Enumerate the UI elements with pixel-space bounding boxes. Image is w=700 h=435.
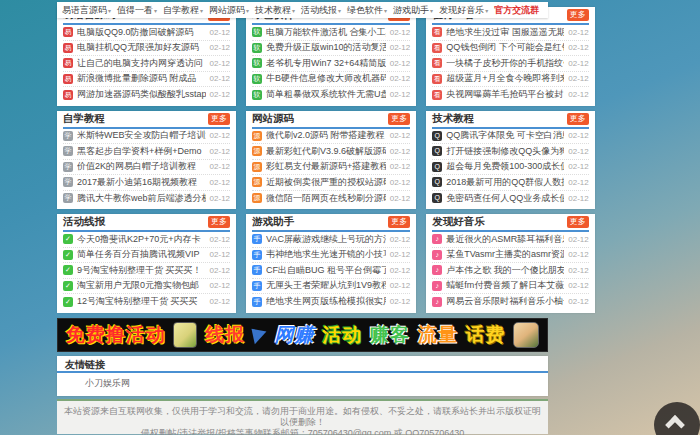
- list-item[interactable]: ♪ 网易云音乐限时福利音乐小柚子 02-12: [432, 294, 589, 310]
- list-item[interactable]: ✓ 9号淘宝特别整理干货 买买买！ 02-12: [63, 263, 230, 279]
- item-title[interactable]: 最近很火的ASMR舔耳福利音乐: [446, 233, 564, 246]
- list-item[interactable]: 源 微信陌一陌网页在线秒刷分源码 02-12: [252, 191, 410, 207]
- item-title[interactable]: 电脑版QQ9.0防撤回破解源码: [77, 26, 206, 39]
- list-item[interactable]: 学 米斯特WEB安全攻防白帽子培训篇 02-12: [63, 129, 230, 145]
- item-title[interactable]: 卢本伟之歌 我的一个傻比朋友: [446, 264, 564, 277]
- list-item[interactable]: 看 超级蓝月+月全食今晚即将到来 02-12: [432, 72, 589, 88]
- item-title[interactable]: 央视网曝薅羊毛抢码平台被封: [446, 88, 564, 101]
- nav-item[interactable]: 网站源码▾: [209, 4, 249, 17]
- list-item[interactable]: 手 无厘头王者荣耀从坑到1V9教程 02-12: [252, 279, 410, 295]
- nav-item[interactable]: 游戏助手▾: [393, 4, 433, 17]
- item-title[interactable]: 2017最新小迪第16期视频教程: [77, 176, 206, 189]
- nav-item[interactable]: 易语言源码▾: [62, 4, 111, 17]
- nav-item[interactable]: 自学教程▾: [163, 4, 203, 17]
- more-button[interactable]: 更多: [567, 216, 589, 228]
- item-title[interactable]: 绝地求生网页版练枪模拟很实用: [266, 295, 386, 308]
- list-item[interactable]: ✓ 今天0撸斐讯K2P+70元+内存卡 02-12: [63, 232, 230, 248]
- more-button[interactable]: 更多: [388, 113, 410, 125]
- item-title[interactable]: QQ钱包倒闭 下个可能会是红钻: [446, 41, 564, 54]
- list-item[interactable]: 看 央视网曝薅羊毛抢码平台被封 02-12: [432, 87, 589, 103]
- list-item[interactable]: 软 免费升级正版win10的活动复活 02-12: [252, 41, 410, 57]
- item-title[interactable]: 淘宝新用户无限0元撸实物包邮: [77, 279, 206, 292]
- list-item[interactable]: 手 绝地求生网页版练枪模拟很实用 02-12: [252, 294, 410, 310]
- list-item[interactable]: 手 韦神绝地求生光速开镜的小技巧 02-12: [252, 248, 410, 264]
- item-title[interactable]: 蜻蜓fm付费音频了解日本艾薇界: [446, 279, 564, 292]
- list-item[interactable]: 软 电脑万能软件激活机 合集小工具 02-12: [252, 25, 410, 41]
- item-title[interactable]: 免密码查任何人QQ业务成长值: [446, 192, 564, 205]
- list-item[interactable]: 易 网游加速器源码类似酸酸乳sstap 02-12: [63, 87, 230, 103]
- more-button[interactable]: 更多: [208, 216, 230, 228]
- list-item[interactable]: Q QQ腾讯字体限免 可卡空白消息 02-12: [432, 129, 589, 145]
- list-item[interactable]: 源 微代刷v2.0源码 附带搭建教程 02-12: [252, 129, 410, 145]
- list-item[interactable]: Q 超会每月免费领100-300成长值 02-12: [432, 160, 589, 176]
- item-title[interactable]: 网游加速器源码类似酸酸乳sstap: [77, 88, 206, 101]
- list-item[interactable]: Q 免密码查任何人QQ业务成长值 02-12: [432, 191, 589, 207]
- item-title[interactable]: 网易云音乐限时福利音乐小柚子: [446, 295, 564, 308]
- item-title[interactable]: 微信陌一陌网页在线秒刷分源码: [266, 192, 386, 205]
- item-title[interactable]: 12号淘宝特别整理干货 买买买: [77, 295, 206, 308]
- list-item[interactable]: ✓ 淘宝新用户无限0元撸实物包邮 02-12: [63, 279, 230, 295]
- nav-item[interactable]: 绿色软件▾: [347, 4, 387, 17]
- list-item[interactable]: 手 VAC屏蔽游戏继续上号玩的方法 02-12: [252, 232, 410, 248]
- item-title[interactable]: 简单任务百分百抽腾讯视频VIP: [77, 248, 206, 261]
- item-title[interactable]: 米斯特WEB安全攻防白帽子培训篇: [77, 129, 206, 142]
- list-item[interactable]: 手 CF出自瞄BUG 租号平台倒霉了 02-12: [252, 263, 410, 279]
- item-title[interactable]: 简单粗暴做双系统软件无需U盘: [266, 88, 386, 101]
- friend-link[interactable]: 小刀娱乐网: [85, 378, 130, 388]
- list-item[interactable]: Q 2018最新可用的QQ群假人数据 02-12: [432, 175, 589, 191]
- item-title[interactable]: 让自己的电脑支持内网穿透访问: [77, 57, 206, 70]
- item-title[interactable]: 新浪微博批量删除源码 附成品: [77, 72, 206, 85]
- item-title[interactable]: 今天0撸斐讯K2P+70元+内存卡: [77, 233, 206, 246]
- list-item[interactable]: 源 彩虹易支付最新源码+搭建教程 02-12: [252, 160, 410, 176]
- list-item[interactable]: 看 绝地求生没过审 国服遥遥无期 02-12: [432, 25, 589, 41]
- nav-item[interactable]: 官方交流群: [494, 4, 539, 17]
- item-title[interactable]: 超级蓝月+月全食今晚即将到来: [446, 72, 564, 85]
- nav-item[interactable]: 技术教程▾: [255, 4, 295, 17]
- item-title[interactable]: 价值2K的网易白帽子培训教程: [77, 160, 206, 173]
- nav-item[interactable]: 活动线报▾: [301, 4, 341, 17]
- list-item[interactable]: 易 让自己的电脑支持内网穿透访问 02-12: [63, 56, 230, 72]
- item-title[interactable]: QQ腾讯字体限免 可卡空白消息: [446, 129, 564, 142]
- list-item[interactable]: 看 QQ钱包倒闭 下个可能会是红钻 02-12: [432, 41, 589, 57]
- list-item[interactable]: 学 黑客起步自学资料+样例+Demo 02-12: [63, 144, 230, 160]
- item-title[interactable]: 一块橘子皮秒开你的手机指纹锁: [446, 57, 564, 70]
- item-title[interactable]: 2018最新可用的QQ群假人数据: [446, 176, 564, 189]
- list-item[interactable]: 学 价值2K的网易白帽子培训教程 02-12: [63, 160, 230, 176]
- item-title[interactable]: 电脑挂机QQ无限强加好友源码: [77, 41, 206, 54]
- list-item[interactable]: 源 近期被倒卖很严重的授权站源码 02-12: [252, 175, 410, 191]
- list-item[interactable]: 看 一块橘子皮秒开你的手机指纹锁 02-12: [432, 56, 589, 72]
- list-item[interactable]: 软 老爷机专用Win7 32+64精简版 02-12: [252, 56, 410, 72]
- list-item[interactable]: 易 新浪微博批量删除源码 附成品 02-12: [63, 72, 230, 88]
- list-item[interactable]: ✓ 简单任务百分百抽腾讯视频VIP 02-12: [63, 248, 230, 264]
- item-title[interactable]: 电脑万能软件激活机 合集小工具: [266, 26, 386, 39]
- promo-banner[interactable]: 免费撸活动线报网赚活动赚客流量话费: [57, 318, 548, 352]
- item-title[interactable]: 免费升级正版win10的活动复活: [266, 41, 386, 54]
- item-title[interactable]: 无厘头王者荣耀从坑到1V9教程: [266, 279, 386, 292]
- item-title[interactable]: 黑客起步自学资料+样例+Demo: [77, 145, 206, 158]
- item-title[interactable]: 9号淘宝特别整理干货 买买买！: [77, 264, 206, 277]
- item-title[interactable]: 绝地求生没过审 国服遥遥无期: [446, 26, 564, 39]
- item-title[interactable]: 彩虹易支付最新源码+搭建教程: [266, 160, 386, 173]
- item-title[interactable]: CF出自瞄BUG 租号平台倒霉了: [266, 264, 386, 277]
- more-button[interactable]: 更多: [567, 113, 589, 125]
- more-button[interactable]: 更多: [388, 216, 410, 228]
- list-item[interactable]: ♪ 蜻蜓fm付费音频了解日本艾薇界 02-12: [432, 279, 589, 295]
- nav-item[interactable]: 值得一看▾: [117, 4, 157, 17]
- item-title[interactable]: 近期被倒卖很严重的授权站源码: [266, 176, 386, 189]
- item-title[interactable]: 微代刷v2.0源码 附带搭建教程: [266, 129, 386, 142]
- list-item[interactable]: ♪ 卢本伟之歌 我的一个傻比朋友 02-12: [432, 263, 589, 279]
- item-title[interactable]: 某鱼TVasmr主播卖的asmr资源: [446, 248, 564, 261]
- item-title[interactable]: 韦神绝地求生光速开镜的小技巧: [266, 248, 386, 261]
- list-item[interactable]: 软 牛B硬件信息修改大师改机器码 02-12: [252, 72, 410, 88]
- list-item[interactable]: 学 腾讯大牛教你web前后端渗透分析 02-12: [63, 191, 230, 207]
- list-item[interactable]: 易 电脑版QQ9.0防撤回破解源码 02-12: [63, 25, 230, 41]
- list-item[interactable]: ♪ 最近很火的ASMR舔耳福利音乐 02-12: [432, 232, 589, 248]
- list-item[interactable]: ✓ 12号淘宝特别整理干货 买买买 02-12: [63, 294, 230, 310]
- list-item[interactable]: 软 简单粗暴做双系统软件无需U盘 02-12: [252, 87, 410, 103]
- nav-item[interactable]: 发现好音乐▾: [439, 4, 488, 17]
- list-item[interactable]: 学 2017最新小迪第16期视频教程 02-12: [63, 175, 230, 191]
- item-title[interactable]: VAC屏蔽游戏继续上号玩的方法: [266, 233, 386, 246]
- item-title[interactable]: 腾讯大牛教你web前后端渗透分析: [77, 192, 206, 205]
- item-title[interactable]: 最新彩虹代刷V3.9.6破解版源码: [266, 145, 386, 158]
- item-title[interactable]: 打开链接强制修改QQ头像为狗: [446, 145, 564, 158]
